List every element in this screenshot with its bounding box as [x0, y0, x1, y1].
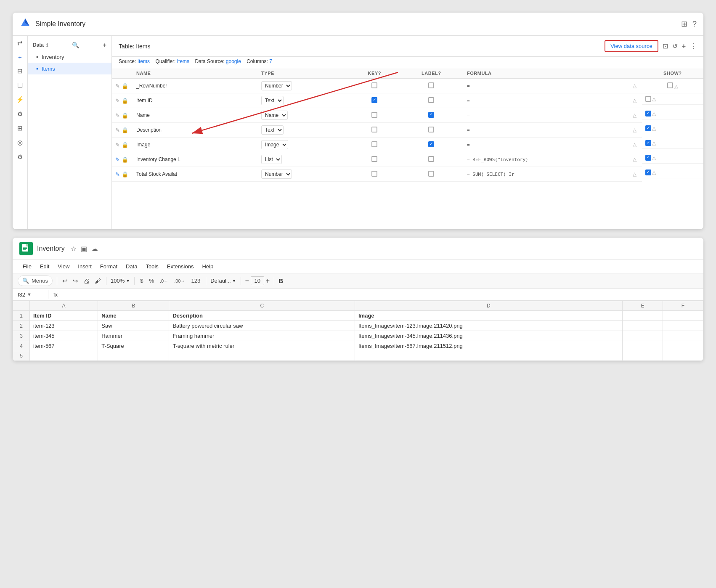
font-size-decrease-button[interactable]: − — [245, 277, 249, 285]
label-checkbox[interactable] — [428, 156, 434, 162]
nav-icon-8[interactable]: ◎ — [17, 139, 23, 146]
zoom-select[interactable]: 100% ▼ — [111, 278, 130, 284]
type-select[interactable]: Text — [261, 125, 284, 135]
cell-c4[interactable]: T-square with metric ruler — [169, 341, 355, 351]
bold-button[interactable]: B — [278, 277, 283, 284]
cell-d3[interactable]: Items_Images/item-345.Image.211436.png — [355, 331, 622, 341]
menu-insert[interactable]: Insert — [74, 262, 95, 271]
font-size-increase-button[interactable]: + — [266, 277, 270, 285]
cell-e4[interactable] — [622, 341, 663, 351]
label-checkbox[interactable] — [428, 127, 434, 132]
key-checkbox[interactable] — [371, 171, 377, 177]
paint-format-button[interactable]: 🖌 — [94, 276, 102, 285]
edit-icon[interactable]: ✎ — [115, 127, 120, 133]
nav-icon-3[interactable]: ⊟ — [17, 67, 23, 75]
cell-e2[interactable] — [622, 321, 663, 331]
nav-icon-2[interactable]: + — [18, 53, 22, 61]
undo-button[interactable]: ↩ — [61, 276, 69, 286]
key-checkbox[interactable] — [371, 112, 377, 118]
cell-a3[interactable]: item-345 — [30, 331, 98, 341]
show-checkbox[interactable] — [645, 155, 651, 161]
show-expand-icon[interactable]: △ — [674, 84, 678, 90]
grid-icon[interactable]: ⊞ — [681, 19, 687, 29]
expand-icon[interactable]: △ — [633, 98, 636, 103]
decimal-decrease-button[interactable]: .0← — [159, 278, 170, 284]
refresh-icon[interactable]: ↺ — [672, 42, 678, 50]
cell-e1[interactable] — [622, 311, 663, 321]
col-header-a[interactable]: A — [30, 301, 98, 311]
menu-tools[interactable]: Tools — [142, 262, 162, 271]
redo-button[interactable]: ↪ — [72, 276, 79, 286]
font-family-select[interactable]: Defaul... ▼ — [210, 278, 236, 284]
show-expand-icon[interactable]: △ — [652, 125, 656, 131]
show-expand-icon[interactable]: △ — [652, 96, 656, 102]
edit-icon[interactable]: ✎ — [115, 112, 120, 119]
key-checkbox[interactable] — [371, 97, 377, 103]
add-column-icon[interactable]: + — [682, 42, 686, 50]
star-icon[interactable]: ☆ — [71, 245, 77, 253]
cell-e3[interactable] — [622, 331, 663, 341]
label-checkbox[interactable] — [428, 141, 434, 147]
edit-icon[interactable]: ✎ — [115, 171, 120, 177]
show-checkbox[interactable] — [645, 111, 651, 117]
menu-extensions[interactable]: Extensions — [164, 262, 197, 271]
percent-button[interactable]: % — [148, 277, 155, 285]
sidebar-add-icon[interactable]: + — [103, 42, 106, 48]
key-checkbox[interactable] — [371, 82, 377, 88]
nav-icon-9[interactable]: ⚙ — [17, 153, 23, 161]
cell-b5[interactable] — [98, 351, 169, 361]
edit-icon[interactable]: ✎ — [115, 142, 120, 148]
show-expand-icon[interactable]: △ — [652, 111, 656, 117]
key-checkbox[interactable] — [371, 127, 377, 132]
folder-icon[interactable]: ▣ — [81, 245, 87, 253]
currency-button[interactable]: $ — [139, 277, 144, 285]
cell-a1[interactable]: Item ID — [30, 311, 98, 321]
cell-c1[interactable]: Description — [169, 311, 355, 321]
help-icon[interactable]: ? — [692, 20, 697, 29]
nav-icon-4[interactable]: ☐ — [17, 82, 23, 89]
edit-icon[interactable]: ✎ — [115, 83, 120, 89]
show-checkbox[interactable] — [645, 125, 651, 131]
type-select[interactable]: List — [261, 155, 282, 164]
col-header-b[interactable]: B — [98, 301, 169, 311]
label-checkbox[interactable] — [428, 112, 434, 118]
edit-icon[interactable]: ✎ — [115, 156, 120, 163]
cell-e5[interactable] — [622, 351, 663, 361]
show-checkbox[interactable] — [667, 82, 673, 88]
type-select[interactable]: Number — [261, 81, 292, 90]
menu-data[interactable]: Data — [122, 262, 141, 271]
cell-b2[interactable]: Saw — [98, 321, 169, 331]
expand-icon[interactable]: △ — [633, 142, 636, 148]
sidebar-item-items[interactable]: ▪ Items — [28, 63, 111, 74]
label-checkbox[interactable] — [428, 171, 434, 177]
expand-icon[interactable]: △ — [633, 156, 636, 162]
type-select[interactable]: Number — [261, 170, 292, 179]
key-checkbox[interactable] — [371, 156, 377, 162]
col-header-c[interactable]: C — [169, 301, 355, 311]
cell-d1[interactable]: Image — [355, 311, 622, 321]
font-size-input[interactable]: 10 — [251, 276, 264, 285]
cell-f5[interactable] — [663, 351, 703, 361]
label-checkbox[interactable] — [428, 82, 434, 88]
menu-edit[interactable]: Edit — [37, 262, 53, 271]
cell-f3[interactable] — [663, 331, 703, 341]
cloud-icon[interactable]: ☁ — [91, 245, 98, 253]
cell-b4[interactable]: T-Square — [98, 341, 169, 351]
sidebar-search-icon[interactable]: 🔍 — [72, 42, 79, 48]
type-select[interactable]: Image — [261, 140, 288, 149]
menu-file[interactable]: File — [19, 262, 35, 271]
expand-icon[interactable]: △ — [633, 171, 636, 177]
sidebar-item-inventory[interactable]: ▪ Inventory — [28, 51, 111, 63]
cell-b1[interactable]: Name — [98, 311, 169, 321]
nav-icon-6[interactable]: ⚙ — [17, 110, 23, 118]
cell-b3[interactable]: Hammer — [98, 331, 169, 341]
cell-a5[interactable] — [30, 351, 98, 361]
col-header-d[interactable]: D — [355, 301, 622, 311]
cell-c5[interactable] — [169, 351, 355, 361]
label-checkbox[interactable] — [428, 97, 434, 103]
cell-a4[interactable]: item-567 — [30, 341, 98, 351]
filter-icon[interactable]: ⊡ — [663, 42, 668, 50]
cell-d4[interactable]: Items_Images/item-567.Image.211512.png — [355, 341, 622, 351]
show-expand-icon[interactable]: △ — [652, 155, 656, 161]
more-options-icon[interactable]: ⋮ — [690, 42, 697, 50]
